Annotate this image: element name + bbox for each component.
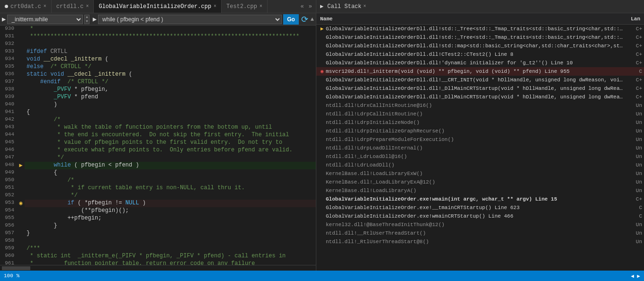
table-row: 947 */ xyxy=(0,154,316,162)
tab-next-btn[interactable]: » xyxy=(307,2,314,11)
callstack-row[interactable]: ntdll.dll!LdrpPrepareModuleForExecution(… xyxy=(316,135,644,144)
row-text: GlobalVariableInitializeOrderDll.dll!__C… xyxy=(326,77,626,83)
refresh-icon[interactable]: ⟳ xyxy=(301,14,308,25)
line-indicator xyxy=(17,79,25,86)
callstack-row[interactable]: GlobalVariableInitializeOrder.exe!__tmai… xyxy=(316,203,644,212)
callstack-row[interactable]: ntdll.dll!_RtlUserThreadStart@8()Un xyxy=(316,237,644,246)
scroll-up-icon[interactable]: ▲ xyxy=(311,16,314,23)
row-text: ntdll.dll!LdrLoadDll() xyxy=(326,162,626,168)
tab-globalvar[interactable]: GlobalVariableInitializeOrder.cpp × xyxy=(94,0,222,13)
row-text: ntdll.dll!LdrpLoadDllInternal() xyxy=(326,145,626,151)
line-content: (**pfbegin)(); xyxy=(25,207,316,215)
row-lang: Un xyxy=(626,188,642,193)
row-text: KernelBase.dll!LoadLibraryExW() xyxy=(326,171,626,176)
line-number: 947 xyxy=(0,154,17,162)
table-row: 957} xyxy=(0,230,316,237)
tab-test2[interactable]: Test2.cpp × xyxy=(222,0,268,13)
table-row: 958 xyxy=(0,237,316,245)
line-indicator xyxy=(17,207,25,215)
line-content: ++pfbegin; xyxy=(25,215,316,222)
callstack-row[interactable]: ▶GlobalVariableInitializeOrderDll.dll!st… xyxy=(316,25,644,33)
callstack-row[interactable]: GlobalVariableInitializeOrderDll.dll!_Dl… xyxy=(316,84,644,93)
tab-crt0dat[interactable]: crt0dat.c × xyxy=(0,0,52,13)
callstack-row[interactable]: GlobalVariableInitializeOrderDll.dll!__C… xyxy=(316,76,644,84)
tab-close[interactable]: × xyxy=(44,4,46,9)
line-number: 949 xyxy=(0,169,17,177)
row-lang: Un xyxy=(626,162,642,168)
callstack-row[interactable]: ntdll.dll!__RtlUserThreadStart()Un xyxy=(316,229,644,237)
go-button[interactable]: Go xyxy=(283,14,299,25)
tab-close[interactable]: × xyxy=(86,4,89,9)
table-row: 938 _PVFV * pfbegin, xyxy=(0,86,316,94)
row-lang: Un xyxy=(626,111,642,117)
table-row: 954 (**pfbegin)(); xyxy=(0,207,316,215)
spin-up[interactable]: ▲ xyxy=(85,15,89,19)
arrow-icon2: ▶ xyxy=(93,15,97,23)
tab-close[interactable]: × xyxy=(214,4,216,9)
callstack-row[interactable]: ◉msvcr120d.dll!_initterm(void (void) ** … xyxy=(316,67,644,76)
line-content: while ( pfbegin < pfend ) xyxy=(25,162,316,169)
callstack-row[interactable]: KernelBase.dll!_LoadLibraryExA@12()Un xyxy=(316,178,644,186)
callstack-row[interactable]: KernelBase.dll!LoadLibraryA()Un xyxy=(316,186,644,195)
table-row: 953◉ if ( *pfbegin != NULL ) xyxy=(0,200,316,207)
callstack-row[interactable]: ntdll.dll!LdrxCallInitRoutine@16()Un xyxy=(316,101,644,110)
callstack-row[interactable]: GlobalVariableInitializeOrderDll.dll!std… xyxy=(316,42,644,50)
line-number: 953 xyxy=(0,200,17,207)
table-row: 956 } xyxy=(0,222,316,230)
tab-crtdll[interactable]: crtdll.c × xyxy=(52,0,94,13)
row-text: ntdll.dll!LdrpInitializeNode() xyxy=(326,120,626,125)
row-text: GlobalVariableInitializeOrderDll.dll!_Dl… xyxy=(326,86,626,91)
callstack-row[interactable]: GlobalVariableInitializeOrder.exe!wmain(… xyxy=(316,195,644,203)
code-scroll[interactable]: 930 *931 *******************************… xyxy=(0,26,316,265)
table-row: 955 ++pfbegin; xyxy=(0,215,316,222)
callstack-row[interactable]: ntdll.dll!LdrpInitializeNode()Un xyxy=(316,118,644,127)
callstack-row[interactable]: ntdll.dll!LdrpLoadDllInternal()Un xyxy=(316,144,644,152)
row-text: ntdll.dll!__RtlUserThreadStart() xyxy=(326,230,626,236)
row-text: GlobalVariableInitializeOrder.exe!wmainC… xyxy=(326,213,626,219)
row-text: GlobalVariableInitializeOrder.exe!__tmai… xyxy=(326,205,626,211)
left-panel: ▶ _initterm.while ▲ ▼ ▶ while ( pfbegin … xyxy=(0,13,316,271)
tab-close[interactable]: × xyxy=(259,4,262,9)
status-arrows: ◀ ▶ xyxy=(631,273,640,279)
row-text: ntdll.dll!LdrpPrepareModuleForExecution(… xyxy=(326,137,626,142)
callstack-row[interactable]: GlobalVariableInitializeOrderDll.dll!_Dl… xyxy=(316,93,644,101)
callstack-row[interactable]: GlobalVariableInitializeOrder.exe!wmainC… xyxy=(316,212,644,220)
table-row: 941{ xyxy=(0,109,316,116)
callstack-row[interactable]: ntdll.dll!LdrpCallInitRoutine()Un xyxy=(316,110,644,118)
callstack-row[interactable]: ntdll.dll!_LdrLoadDll@16()Un xyxy=(316,152,644,161)
row-lang: C xyxy=(626,213,642,219)
callstack-row[interactable]: GlobalVariableInitializeOrderDll.dll!'dy… xyxy=(316,59,644,67)
row-text: ntdll.dll!_LdrLoadDll@16() xyxy=(326,154,626,159)
line-number: 958 xyxy=(0,237,17,245)
line-indicator xyxy=(17,94,25,101)
callstack-list[interactable]: ▶GlobalVariableInitializeOrderDll.dll!st… xyxy=(316,25,644,271)
row-text: ntdll.dll!LdrpInitializeGraphRecurse() xyxy=(326,128,626,134)
tab-call-stack-close[interactable]: × xyxy=(363,4,366,9)
line-indicator xyxy=(17,237,25,245)
status-bar: 100 % ◀ ▶ xyxy=(0,271,644,281)
line-number: 937 xyxy=(0,79,17,86)
line-content: #endif /* CRTDLL */ xyxy=(25,79,316,86)
table-row: 945 * value of pfbegin points to the fir… xyxy=(0,139,316,147)
table-row: 940 ) xyxy=(0,101,316,109)
tab-prev-btn[interactable]: « xyxy=(299,2,306,11)
spin-down[interactable]: ▼ xyxy=(85,19,89,24)
function-dropdown[interactable]: _initterm.while xyxy=(7,15,83,24)
callstack-row[interactable]: ntdll.dll!LdrpInitializeGraphRecurse()Un xyxy=(316,127,644,135)
callstack-row[interactable]: KernelBase.dll!LoadLibraryExW()Un xyxy=(316,169,644,178)
expression-dropdown[interactable]: while ( pfbegin < pfend ) xyxy=(98,15,282,24)
row-text: msvcr120d.dll!_initterm(void (void) ** p… xyxy=(326,69,626,74)
line-content: /* xyxy=(25,116,316,124)
row-text: KernelBase.dll!LoadLibraryA() xyxy=(326,188,626,193)
callstack-row[interactable]: GlobalVariableInitializeOrderDll.dll!std… xyxy=(316,33,644,42)
line-number: 961 xyxy=(0,260,17,265)
callstack-row[interactable]: ntdll.dll!LdrLoadDll()Un xyxy=(316,161,644,169)
callstack-row[interactable]: kernel32.dll!@BaseThreadInitThunk@12()Un xyxy=(316,220,644,229)
callstack-row[interactable]: GlobalVariableInitializeOrderDll.dll!CTe… xyxy=(316,50,644,59)
row-lang: Un xyxy=(626,154,642,159)
horizontal-scrollbar[interactable] xyxy=(0,265,316,271)
line-number: 948 xyxy=(0,162,17,169)
line-content: * function pointer table, return error c… xyxy=(25,260,316,265)
h-scroll-thumb[interactable] xyxy=(2,266,30,270)
tab-call-stack[interactable]: Call Stack × xyxy=(325,3,368,10)
